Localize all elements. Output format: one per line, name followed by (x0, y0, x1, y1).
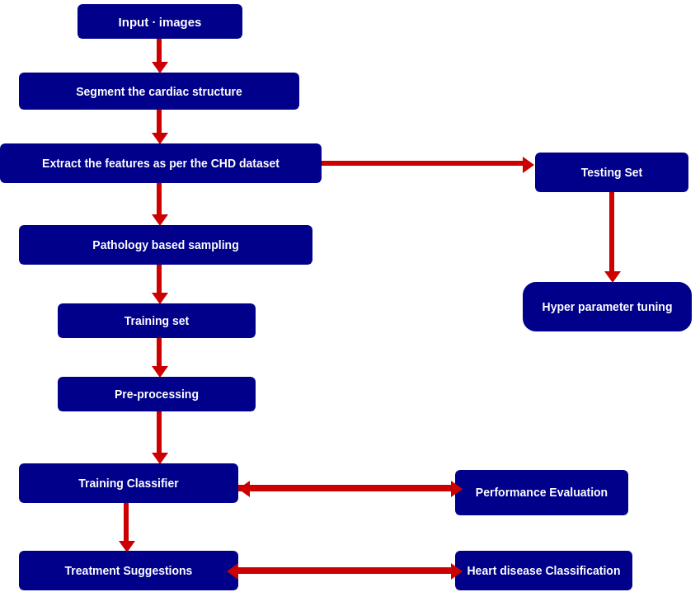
performance-evaluation-label: Performance Evaluation (476, 485, 608, 500)
arrow-testing-hyper (609, 192, 614, 275)
extract-features-box: Extract the features as per the CHD data… (0, 143, 322, 183)
treatment-suggestions-box: Treatment Suggestions (19, 551, 238, 590)
arrowhead-testing-hyper (604, 271, 621, 283)
arrowhead-trainingset-preprocessing (152, 366, 168, 378)
pathology-sampling-label: Pathology based sampling (92, 238, 238, 251)
treatment-suggestions-label: Treatment Suggestions (65, 564, 193, 577)
arrow-trainingset-preprocessing (157, 338, 162, 369)
pathology-sampling-box: Pathology based sampling (19, 225, 312, 265)
input-images-label: Input · images (119, 15, 202, 29)
preprocessing-box: Pre-processing (58, 377, 256, 411)
arrowhead-heart-treatment (227, 563, 238, 580)
preprocessing-label: Pre-processing (115, 388, 199, 401)
hyper-parameter-box: Hyper parameter tuning (523, 282, 692, 331)
arrowhead-pathology-trainingset (152, 293, 168, 304)
arrowhead-extract-testing (523, 157, 534, 173)
performance-evaluation-box: Performance Evaluation (455, 470, 628, 515)
arrowhead-heart-treatment-right (451, 563, 463, 580)
hyper-parameter-label: Hyper parameter tuning (543, 299, 673, 314)
training-classifier-box: Training Classifier (19, 463, 238, 503)
arrowhead-extract-pathology (152, 214, 168, 226)
testing-set-label: Testing Set (581, 166, 642, 179)
arrowhead-segment-extract (152, 133, 168, 144)
arrow-classifier-performance-body (238, 485, 454, 491)
heart-disease-classification-box: Heart disease Classification (455, 551, 632, 590)
arrowhead-classifier-performance (451, 481, 463, 497)
segment-cardiac-box: Segment the cardiac structure (19, 73, 299, 110)
arrow-heart-treatment-body (238, 567, 454, 574)
training-set-box: Training set (58, 303, 256, 338)
arrow-pathology-trainingset (157, 265, 162, 296)
testing-set-box: Testing Set (535, 153, 688, 192)
flowchart: Input · images Segment the cardiac struc… (0, 0, 700, 592)
segment-cardiac-label: Segment the cardiac structure (76, 85, 242, 98)
input-images-box: Input · images (78, 4, 242, 39)
arrow-extract-testing-body (322, 161, 526, 166)
arrow-classifier-treatment (124, 503, 129, 544)
arrow-extract-pathology (157, 183, 162, 218)
training-set-label: Training set (124, 314, 190, 327)
training-classifier-label: Training Classifier (78, 477, 178, 490)
extract-features-label: Extract the features as per the CHD data… (42, 157, 280, 170)
arrowhead-preprocessing-classifier (152, 453, 168, 464)
heart-disease-classification-label: Heart disease Classification (467, 563, 621, 578)
arrowhead-input-segment (152, 62, 168, 73)
arrow-preprocessing-classifier (157, 411, 162, 456)
arrowhead-classifier-performance-left (238, 481, 250, 497)
